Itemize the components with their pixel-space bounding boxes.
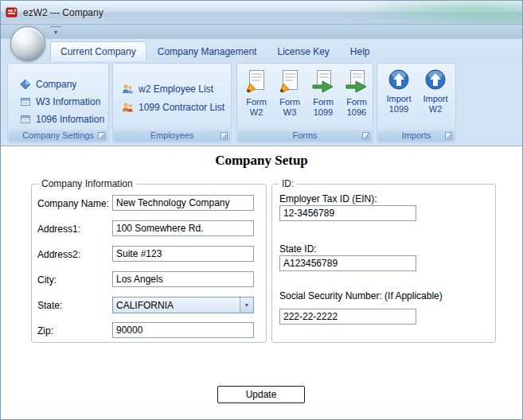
ribbon-item-label: Form	[346, 97, 367, 107]
combo-dropdown-arrow-icon[interactable]: ▼	[240, 298, 253, 313]
window-title: ezW2 --- Company	[23, 7, 103, 18]
company-information-legend: Company Information	[38, 178, 136, 189]
ribbon-item-import-1099[interactable]: Import 1099	[382, 67, 416, 134]
state-label: State:	[37, 300, 62, 311]
ribbon-body: Company W3 Information	[2, 63, 521, 143]
form-1096-icon	[344, 68, 369, 97]
ribbon-item-label: W2	[250, 107, 263, 118]
dialog-launcher-icon[interactable]	[362, 132, 369, 139]
ssn-input[interactable]	[279, 309, 416, 325]
ribbon-item-label: Form	[246, 97, 267, 107]
update-button[interactable]: Update	[217, 386, 305, 403]
zip-input[interactable]	[112, 322, 254, 338]
company-name-input[interactable]	[112, 195, 254, 211]
import-w2-icon	[424, 68, 447, 94]
ribbon-item-company[interactable]: Company	[19, 76, 76, 92]
address1-input[interactable]	[112, 220, 254, 236]
ein-input[interactable]	[279, 205, 416, 221]
form-1096-info-icon	[19, 113, 32, 126]
dialog-launcher-icon[interactable]	[221, 132, 228, 139]
ribbon-item-label: Import	[386, 94, 411, 104]
ribbon-item-w2-employee-list[interactable]: w2 Employee List	[121, 81, 213, 97]
group-caption-label: Company Settings	[22, 130, 94, 140]
group-caption-forms: Forms	[238, 130, 372, 142]
ribbon-item-label: Form	[313, 97, 334, 107]
ribbon-item-form-w3[interactable]: Form W3	[274, 67, 306, 134]
import-1099-icon	[388, 68, 410, 94]
tab-license-key[interactable]: License Key	[267, 42, 338, 61]
ribbon-item-w3-information[interactable]: W3 Information	[19, 94, 100, 110]
ribbon-item-1099-contractor-list[interactable]: 1099 Contractor List	[121, 99, 224, 115]
contractor-list-icon	[121, 101, 134, 114]
ribbon-group-company-settings: Company W3 Information	[7, 63, 109, 143]
page-title: Company Setup	[1, 153, 522, 169]
zip-label: Zip:	[37, 325, 53, 336]
ribbon-tab-row: Current Company Company Management Licen…	[1, 39, 522, 61]
application-orb-button[interactable]	[10, 26, 45, 61]
w2-employee-list-icon	[121, 83, 134, 95]
ribbon-item-label: Company	[36, 79, 76, 90]
quick-access-toolbar	[1, 25, 522, 39]
w3-information-icon	[19, 95, 32, 108]
ribbon-item-label: 1096	[347, 107, 366, 118]
state-select[interactable]: CALIFORNIA ▼	[112, 297, 254, 313]
address2-label: Address2:	[37, 249, 80, 260]
ribbon-item-label: 1099	[314, 107, 333, 118]
form-w3-icon	[277, 68, 302, 97]
app-icon	[6, 6, 18, 19]
ribbon-item-label: W3	[283, 107, 297, 118]
group-caption-label: Employees	[150, 130, 193, 140]
ribbon-item-label: W2	[429, 104, 443, 115]
address1-label: Address1:	[37, 224, 80, 235]
state-id-label: State ID:	[279, 243, 317, 255]
ribbon: ▾ Current Company Company Management Lic…	[1, 25, 522, 146]
ribbon-item-label: 1096 Infomation	[36, 114, 104, 125]
ribbon-group-forms: Form W2 Form W	[236, 63, 373, 143]
id-legend: ID:	[279, 178, 297, 189]
ribbon-group-employees: w2 Employee List 1099 Contractor List	[112, 63, 232, 143]
state-selected-value: CALIFORNIA	[113, 300, 240, 311]
company-icon	[19, 78, 32, 91]
qat-dropdown-icon[interactable]: ▾	[50, 26, 61, 37]
group-caption-company-settings: Company Settings	[9, 130, 107, 142]
group-caption-label: Forms	[292, 130, 317, 140]
ribbon-item-label: 1099 Contractor List	[139, 102, 224, 113]
ribbon-item-form-1099[interactable]: Form 1099	[307, 67, 339, 134]
address2-input[interactable]	[112, 246, 254, 262]
ribbon-item-label: 1099	[389, 104, 408, 115]
city-label: City:	[37, 274, 57, 286]
ribbon-item-label: w2 Employee List	[139, 84, 213, 95]
tab-company-management[interactable]: Company Management	[148, 42, 267, 61]
form-w2-icon	[244, 68, 269, 97]
city-input[interactable]	[112, 271, 254, 287]
group-caption-label: Imports	[402, 130, 431, 140]
tab-help[interactable]: Help	[341, 42, 380, 61]
dialog-launcher-icon[interactable]	[98, 132, 105, 139]
form-1099-icon	[310, 68, 336, 97]
ribbon-item-label: W3 Information	[36, 96, 100, 107]
ribbon-group-imports: Import 1099 Import W2 Imports	[377, 63, 456, 143]
ssn-label: Social Security Number: (If Applicable)	[279, 290, 443, 301]
ribbon-item-form-w2[interactable]: Form W2	[240, 67, 272, 134]
ribbon-item-label: Form	[279, 97, 300, 107]
tab-current-company[interactable]: Current Company	[50, 41, 146, 61]
ribbon-item-import-w2[interactable]: Import W2	[419, 67, 452, 134]
ribbon-item-1096-information[interactable]: 1096 Infomation	[19, 111, 104, 127]
ein-label: Employer Tax ID (EIN):	[279, 193, 377, 204]
state-id-input[interactable]	[279, 255, 416, 271]
app-window: ezW2 --- Company ▾ Current Company Compa…	[0, 0, 523, 420]
company-name-label: Company Name:	[37, 198, 109, 209]
group-caption-imports: Imports	[378, 130, 455, 142]
dialog-launcher-icon[interactable]	[445, 132, 452, 139]
group-caption-employees: Employees	[114, 130, 230, 142]
titlebar: ezW2 --- Company	[1, 1, 522, 25]
ribbon-item-form-1096[interactable]: Form 1096	[341, 67, 373, 134]
ribbon-item-label: Import	[423, 94, 447, 104]
